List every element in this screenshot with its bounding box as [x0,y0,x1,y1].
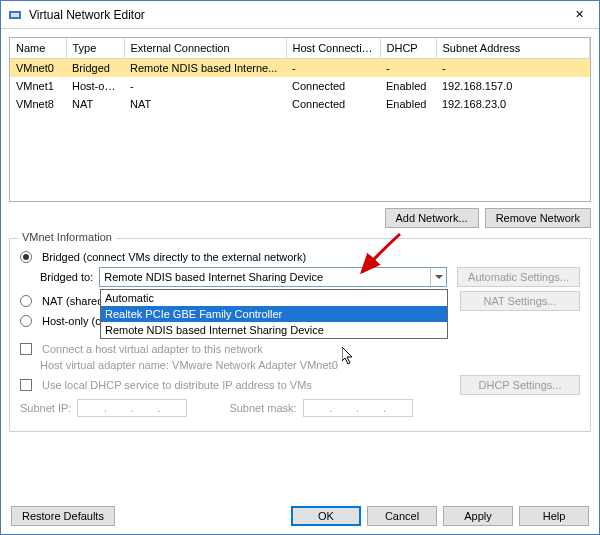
virtual-network-editor-window: Virtual Network Editor ✕ Name Type Exter… [0,0,600,535]
hostonly-radio[interactable] [20,315,32,327]
chevron-down-icon[interactable] [430,268,446,286]
help-button[interactable]: Help [519,506,589,526]
restore-defaults-button[interactable]: Restore Defaults [11,506,115,526]
combo-value: Remote NDIS based Internet Sharing Devic… [104,271,323,283]
app-icon [7,7,23,23]
window-close-button[interactable]: ✕ [559,1,599,29]
cell-type: NAT [66,95,124,113]
cell-ext: Remote NDIS based Interne... [124,59,286,78]
bridged-to-combo[interactable]: Remote NDIS based Internet Sharing Devic… [99,267,447,287]
dropdown-option[interactable]: Remote NDIS based Internet Sharing Devic… [101,322,447,338]
nat-radio[interactable] [20,295,32,307]
subnet-mask-input[interactable]: ... [303,399,413,417]
table-row[interactable]: VMnet0BridgedRemote NDIS based Interne..… [10,59,590,78]
cell-dhcp: Enabled [380,95,436,113]
use-dhcp-checkbox[interactable] [20,379,32,391]
table-row[interactable]: VMnet1Host-only-ConnectedEnabled192.168.… [10,77,590,95]
window-title: Virtual Network Editor [29,8,559,22]
mouse-cursor-icon [342,347,356,367]
network-buttons-row: Add Network... Remove Network [9,208,591,228]
client-area: Name Type External Connection Host Conne… [1,29,599,498]
subnet-row: Subnet IP: ... Subnet mask: ... [20,399,580,417]
cell-subnet: 192.168.157.0 [436,77,590,95]
cell-host: Connected [286,77,380,95]
cell-ext: NAT [124,95,286,113]
bridged-to-label: Bridged to: [40,271,93,283]
bridged-radio[interactable] [20,251,32,263]
cancel-button[interactable]: Cancel [367,506,437,526]
use-dhcp-label: Use local DHCP service to distribute IP … [42,379,312,391]
cell-name: VMnet0 [10,59,66,78]
col-name[interactable]: Name [10,38,66,59]
subnet-mask-label: Subnet mask: [229,402,296,414]
subnet-ip-input[interactable]: ... [77,399,187,417]
titlebar[interactable]: Virtual Network Editor ✕ [1,1,599,29]
cell-ext: - [124,77,286,95]
cell-type: Bridged [66,59,124,78]
automatic-settings-button[interactable]: Automatic Settings... [457,267,580,287]
dhcp-settings-button[interactable]: DHCP Settings... [460,375,580,395]
connect-host-label: Connect a host virtual adapter to this n… [42,343,263,355]
cell-subnet: - [436,59,590,78]
cell-host: - [286,59,380,78]
add-network-button[interactable]: Add Network... [385,208,479,228]
col-external[interactable]: External Connection [124,38,286,59]
network-table[interactable]: Name Type External Connection Host Conne… [9,37,591,202]
host-adapter-name: Host virtual adapter name: VMware Networ… [40,359,338,371]
col-type[interactable]: Type [66,38,124,59]
connect-host-row: Connect a host virtual adapter to this n… [20,343,580,355]
nat-settings-button[interactable]: NAT Settings... [460,291,580,311]
col-subnet[interactable]: Subnet Address [436,38,590,59]
host-adapter-name-row: Host virtual adapter name: VMware Networ… [20,359,580,371]
remove-network-button[interactable]: Remove Network [485,208,591,228]
group-legend: VMnet Information [18,231,116,243]
col-host[interactable]: Host Connection [286,38,380,59]
cell-host: Connected [286,95,380,113]
subnet-ip-label: Subnet IP: [20,402,71,414]
dropdown-option[interactable]: Automatic [101,290,447,306]
dialog-footer: Restore Defaults OK Cancel Apply Help [1,498,599,534]
cell-subnet: 192.168.23.0 [436,95,590,113]
table-header-row[interactable]: Name Type External Connection Host Conne… [10,38,590,59]
cell-dhcp: Enabled [380,77,436,95]
col-dhcp[interactable]: DHCP [380,38,436,59]
svg-rect-1 [11,13,19,17]
dropdown-option[interactable]: Realtek PCIe GBE Family Controller [101,306,447,322]
apply-button[interactable]: Apply [443,506,513,526]
bridged-label: Bridged (connect VMs directly to the ext… [42,251,306,263]
table-row[interactable]: VMnet8NATNATConnectedEnabled192.168.23.0 [10,95,590,113]
cell-name: VMnet8 [10,95,66,113]
ok-button[interactable]: OK [291,506,361,526]
close-icon: ✕ [575,8,584,21]
bridged-to-dropdown[interactable]: AutomaticRealtek PCIe GBE Family Control… [100,289,448,339]
connect-host-checkbox[interactable] [20,343,32,355]
bridged-radio-row[interactable]: Bridged (connect VMs directly to the ext… [20,251,580,263]
vmnet-info-group: VMnet Information Bridged (connect VMs d… [9,238,591,432]
use-dhcp-row: Use local DHCP service to distribute IP … [20,375,580,395]
cell-dhcp: - [380,59,436,78]
cell-type: Host-only [66,77,124,95]
bridged-to-row: Bridged to: Remote NDIS based Internet S… [20,267,580,287]
cell-name: VMnet1 [10,77,66,95]
